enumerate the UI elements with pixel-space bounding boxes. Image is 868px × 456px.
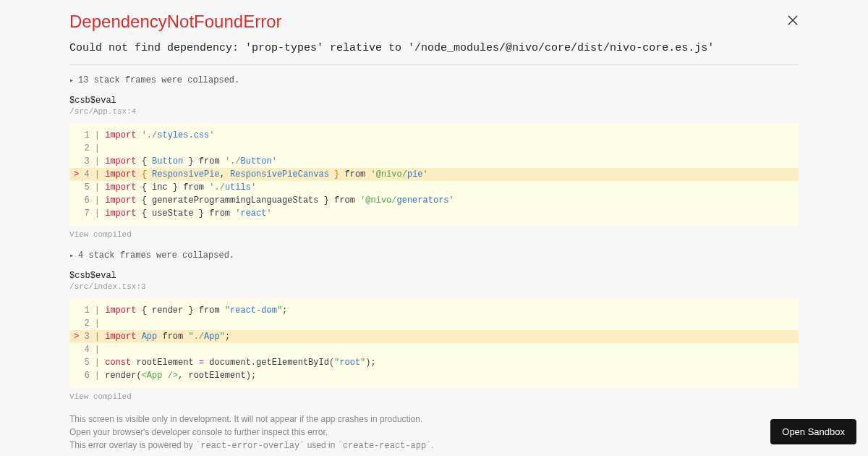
footer-text: This screen is visible only in developme… — [69, 413, 799, 452]
footer-line-2: Open your browser's developer console to… — [69, 426, 799, 439]
frame2-path: /src/index.tsx:3 — [69, 282, 799, 291]
frame1-label: $csb$eval — [69, 96, 799, 106]
footer-line-1: This screen is visible only in developme… — [69, 413, 799, 426]
error-message: Could not find dependency: 'prop-types' … — [69, 42, 799, 54]
frame1-path: /src/App.tsx:4 — [69, 107, 799, 116]
view-compiled-2[interactable]: View compiled — [69, 392, 799, 401]
code-block-2: 1 | import { render } from "react-dom"; … — [69, 298, 799, 388]
code-block-1: 1 | import './styles.css' 2 | 3 | import… — [69, 123, 799, 226]
open-sandbox-button[interactable]: Open Sandbox — [770, 419, 856, 444]
frame2-label: $csb$eval — [69, 271, 799, 281]
close-icon[interactable] — [787, 14, 799, 26]
collapsed-frames-1[interactable]: 13 stack frames were collapsed. — [69, 75, 799, 85]
footer-line-3: This error overlay is powered by `react-… — [69, 439, 799, 452]
collapsed-frames-2[interactable]: 4 stack frames were collapsed. — [69, 250, 799, 261]
divider — [69, 64, 799, 65]
view-compiled-1[interactable]: View compiled — [69, 230, 799, 239]
error-title: DependencyNotFoundError — [69, 12, 799, 32]
